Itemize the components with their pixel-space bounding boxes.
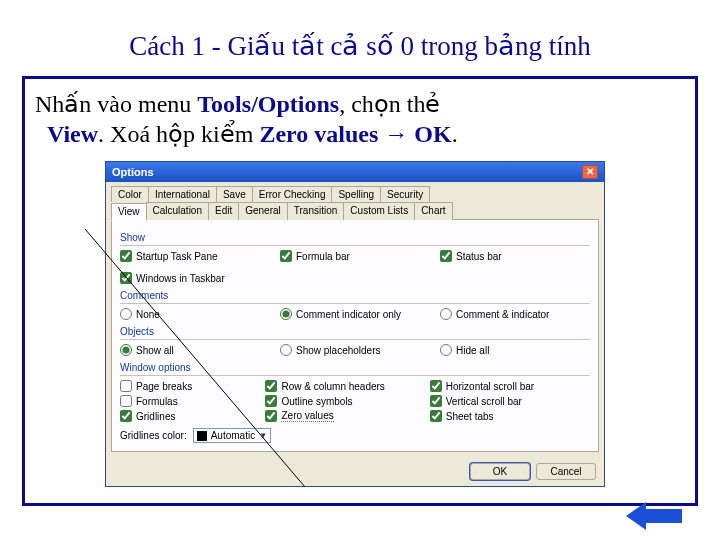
radio-objects-hideall[interactable]: Hide all [440, 344, 590, 356]
color-swatch-icon [197, 431, 207, 441]
section-window-options: Window options [120, 362, 590, 373]
gridcolor-dropdown[interactable]: Automatic ▼ [193, 428, 271, 443]
check-formulas[interactable]: Formulas [120, 395, 261, 407]
tab-calculation[interactable]: Calculation [146, 202, 209, 220]
tab-error-checking[interactable]: Error Checking [252, 186, 333, 202]
chevron-down-icon: ▼ [259, 431, 267, 440]
slide-content: Nhấn vào menu Tools/Options, chọn thẻ Vi… [22, 76, 698, 506]
options-dialog: Options ✕ Color International Save Error… [105, 161, 605, 487]
arrow-icon: → [384, 121, 414, 147]
check-formula-bar[interactable]: Formula bar [280, 250, 430, 262]
slide-title: Cách 1 - Giấu tất cả số 0 trong bảng tín… [0, 0, 720, 76]
check-startup-task-pane[interactable]: Startup Task Pane [120, 250, 270, 262]
tab-chart[interactable]: Chart [414, 202, 452, 220]
check-gridlines[interactable]: Gridlines [120, 410, 261, 422]
section-comments: Comments [120, 290, 590, 301]
tab-view[interactable]: View [111, 203, 147, 221]
back-arrow-icon[interactable] [626, 502, 682, 530]
close-icon[interactable]: ✕ [582, 165, 598, 179]
check-vscroll[interactable]: Vertical scroll bar [430, 395, 590, 407]
section-show: Show [120, 232, 590, 243]
check-outline-symbols[interactable]: Outline symbols [265, 395, 425, 407]
tab-security[interactable]: Security [380, 186, 430, 202]
radio-comments-indicator[interactable]: Comment indicator only [280, 308, 430, 320]
dialog-title: Options [112, 166, 154, 178]
check-row-column-headers[interactable]: Row & column headers [265, 380, 425, 392]
check-zero-values[interactable]: Zero values [265, 410, 425, 422]
dialog-body: Show Startup Task Pane Formula bar Statu… [111, 219, 599, 452]
tab-transition[interactable]: Transition [287, 202, 345, 220]
check-hscroll[interactable]: Horizontal scroll bar [430, 380, 590, 392]
check-sheet-tabs[interactable]: Sheet tabs [430, 410, 590, 422]
instruction-text: Nhấn vào menu Tools/Options, chọn thẻ Vi… [33, 87, 687, 157]
svg-marker-1 [626, 502, 682, 530]
radio-objects-placeholders[interactable]: Show placeholders [280, 344, 430, 356]
ok-button[interactable]: OK [470, 463, 530, 480]
tab-color[interactable]: Color [111, 186, 149, 202]
check-status-bar[interactable]: Status bar [440, 250, 590, 262]
tab-save[interactable]: Save [216, 186, 253, 202]
tab-international[interactable]: International [148, 186, 217, 202]
tab-custom-lists[interactable]: Custom Lists [343, 202, 415, 220]
radio-comments-none[interactable]: None [120, 308, 270, 320]
check-page-breaks[interactable]: Page breaks [120, 380, 261, 392]
radio-comments-full[interactable]: Comment & indicator [440, 308, 590, 320]
gridcolor-label: Gridlines color: [120, 430, 187, 441]
cancel-button[interactable]: Cancel [536, 463, 596, 480]
tab-spelling[interactable]: Spelling [331, 186, 381, 202]
dialog-titlebar: Options ✕ [106, 162, 604, 182]
tab-general[interactable]: General [238, 202, 288, 220]
tabs-container: Color International Save Error Checking … [106, 182, 604, 219]
dialog-button-bar: OK Cancel [106, 457, 604, 486]
radio-objects-showall[interactable]: Show all [120, 344, 270, 356]
section-objects: Objects [120, 326, 590, 337]
check-windows-in-taskbar[interactable]: Windows in Taskbar [120, 272, 590, 284]
tab-edit[interactable]: Edit [208, 202, 239, 220]
